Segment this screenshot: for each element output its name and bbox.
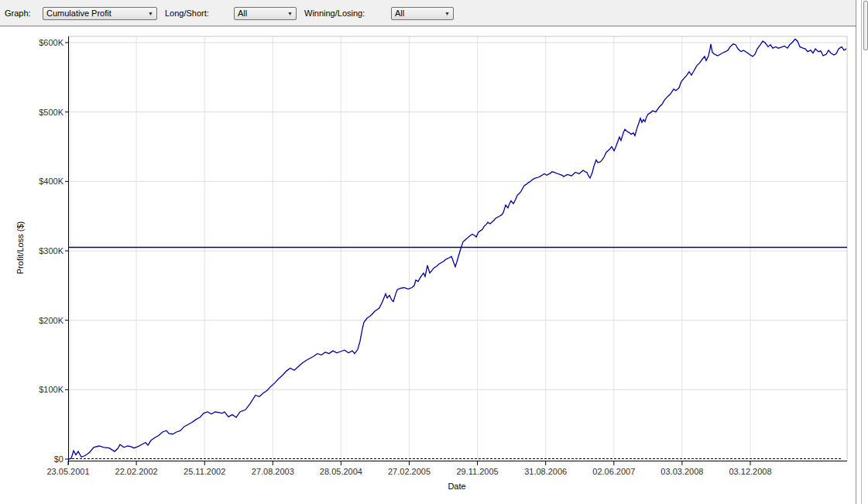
x-axis-title: Date [448,482,465,491]
x-tick-label: 23.05.2001 [46,467,89,476]
graph-label: Graph: [5,9,31,18]
y-axis: $0$100K$200K$300K$400K$500K$600KProfit/L… [15,36,69,465]
plot-border [68,36,847,461]
cumulative-profit-chart: $0$100K$200K$300K$400K$500K$600KProfit/L… [0,26,856,504]
window-edge-divider [856,0,856,504]
x-tick-label: 27.02.2005 [388,467,431,476]
x-tick-label: 22.02.2002 [115,467,158,476]
x-tick-label: 28.05.2004 [320,467,362,476]
x-tick-label: 03.03.2008 [660,467,703,476]
x-tick-label: 03.12.2008 [729,467,771,476]
x-tick-label: 25.11.2002 [184,467,225,476]
graph-select[interactable]: Cumulative Profit ▼ [43,7,157,20]
y-tick-label: $100K [39,385,63,394]
y-tick-label: $200K [39,316,63,325]
chart-area: $0$100K$200K$300K$400K$500K$600KProfit/L… [0,26,856,504]
x-axis: 23.05.200122.02.200225.11.200227.08.2003… [46,461,847,492]
x-tick-label: 27.08.2003 [252,467,294,476]
winning-losing-select[interactable]: All ▼ [391,7,454,20]
x-tick-label: 02.06.2007 [592,467,635,476]
winning-losing-label: Winning/Losing: [304,9,365,18]
y-axis-title: Profit/Loss ($) [15,221,25,274]
toolbar: Graph: Cumulative Profit ▼ Long/Short: A… [0,0,856,26]
y-tick-label: $500K [39,108,63,117]
chevron-down-icon: ▼ [287,10,293,17]
graph-select-value: Cumulative Profit [46,9,112,18]
chevron-down-icon: ▼ [148,10,153,17]
x-tick-label: 29.11.2005 [456,467,498,476]
scrollbar-thumb[interactable] [863,1,868,50]
vertical-scrollbar[interactable] [861,0,868,504]
y-tick-label: $600K [39,38,63,47]
trade-analysis-window: { "toolbar": { "graph_label": "Graph:", … [0,0,868,504]
y-tick-label: $300K [39,246,63,255]
long-short-label: Long/Short: [165,9,209,18]
winning-losing-select-value: All [395,9,404,18]
chevron-down-icon: ▼ [444,10,450,17]
profit-curve [68,39,846,460]
x-tick-label: 31.08.2006 [524,467,567,476]
long-short-select[interactable]: All ▼ [234,7,297,20]
y-tick-label: $0 [54,454,63,464]
y-tick-label: $400K [39,177,63,186]
long-short-select-value: All [238,9,247,18]
